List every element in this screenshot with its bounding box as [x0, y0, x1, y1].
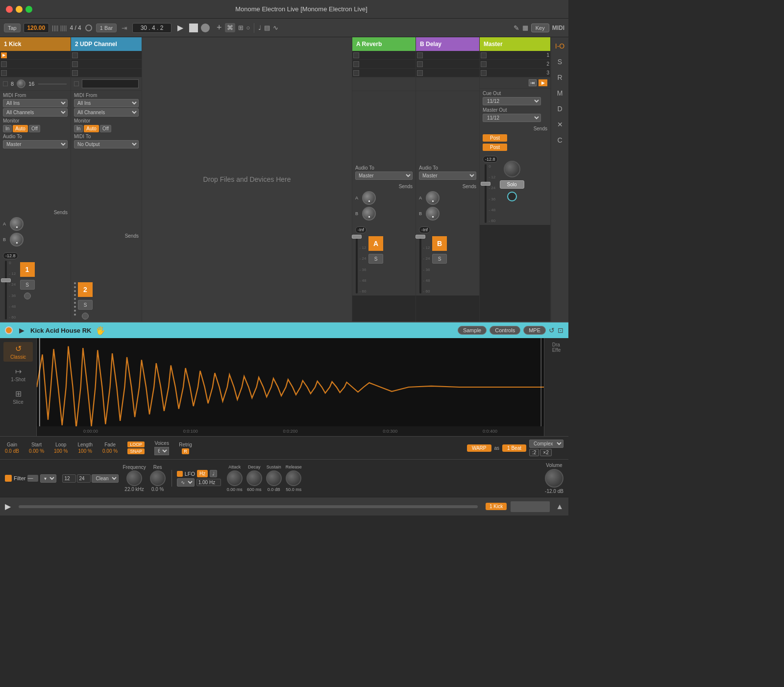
delay-audio-to-select[interactable]: Master — [419, 172, 476, 180]
sustain-knob[interactable] — [266, 470, 282, 486]
master-solo-button[interactable]: Solo — [500, 180, 524, 189]
link-icon[interactable]: ⌘ — [225, 23, 235, 32]
clip-row-delay-3[interactable] — [416, 69, 479, 77]
delay-solo-button[interactable]: S — [432, 254, 447, 264]
reverb-send-a-knob[interactable] — [362, 191, 376, 205]
mul2-button[interactable]: ×2 — [540, 449, 551, 456]
clip-row-delay-2[interactable] — [416, 60, 479, 69]
master-post1-button[interactable]: Post — [483, 134, 507, 142]
sidebar-io-icon[interactable]: I-O — [553, 39, 567, 53]
filter-type-select[interactable]: ▾ — [40, 474, 56, 483]
clip-row-master-1[interactable]: 1 — [480, 51, 550, 60]
reverb-num-button[interactable]: A — [368, 236, 383, 251]
back-arrow-icon[interactable]: ⇥ — [122, 24, 127, 32]
delay-send-a-knob[interactable] — [426, 191, 440, 205]
record-button[interactable] — [201, 24, 210, 32]
sidebar-sr-icon[interactable]: S — [553, 55, 567, 69]
kick-monitor-auto[interactable]: Auto — [13, 125, 28, 132]
mode-slice[interactable]: ⊞ Slice — [3, 387, 33, 407]
reverb-solo-button[interactable]: S — [368, 254, 383, 264]
circle-icon[interactable]: ○ — [246, 24, 250, 31]
mode-classic[interactable]: ↺ Classic — [3, 342, 33, 362]
bottom-expand-icon[interactable]: ▲ — [556, 502, 564, 511]
kick-monitor-in[interactable]: In — [3, 125, 12, 132]
kick-audio-to-select[interactable]: Master — [3, 140, 68, 148]
inst-tab-controls[interactable]: Controls — [490, 326, 520, 335]
kick-send-a-knob[interactable] — [10, 217, 24, 231]
clip-row-reverb-2[interactable] — [352, 60, 416, 69]
udp-monitor-off[interactable]: Off — [100, 125, 111, 132]
udp-midi-to-select[interactable]: No Output — [74, 140, 139, 148]
kick-midi-from-select[interactable]: All Ins — [3, 99, 68, 107]
filter-num2-input[interactable] — [77, 474, 91, 483]
udp-solo-button[interactable]: S — [78, 300, 93, 310]
res-knob[interactable] — [150, 470, 166, 486]
attack-knob[interactable] — [227, 470, 243, 486]
inst-refresh-icon[interactable]: ↺ — [549, 326, 555, 334]
clip-active-kick-1[interactable]: ▶ — [1, 52, 7, 58]
delay-send-b-knob[interactable] — [426, 207, 440, 221]
tap-button[interactable]: Tap — [4, 24, 21, 32]
close-button[interactable] — [6, 6, 13, 13]
progress-bar[interactable] — [19, 505, 478, 508]
complex-select[interactable]: Complex — [529, 440, 564, 448]
master-post2-button[interactable]: Post — [483, 144, 507, 151]
reverb-fader-handle[interactable] — [352, 235, 362, 239]
udp-midi-from-select[interactable]: All Ins — [74, 99, 139, 107]
maximize-button[interactable] — [25, 6, 32, 13]
clip-row-master-2[interactable]: 2 — [480, 60, 550, 69]
kick-pan-knob[interactable] — [17, 79, 25, 88]
inst-tab-sample[interactable]: Sample — [458, 326, 487, 335]
udp-num-button[interactable]: 2 — [78, 282, 93, 297]
delay-fader-handle[interactable] — [416, 235, 425, 239]
reverb-send-b-knob[interactable] — [362, 207, 376, 221]
inst-expand-icon[interactable]: ⊡ — [558, 326, 564, 334]
clip-row-udp-2[interactable] — [71, 60, 142, 69]
udp-monitor-auto[interactable]: Auto — [84, 125, 99, 132]
kick-channel-select[interactable]: All Channels — [3, 108, 68, 117]
master-cue-select[interactable]: 11/12 — [483, 97, 541, 105]
clip-row-delay-1[interactable] — [416, 51, 479, 60]
inst-tab-mpe[interactable]: MPE — [523, 326, 546, 335]
master-fader-track[interactable] — [485, 164, 487, 223]
clip-row-master-3[interactable]: 3 — [480, 69, 550, 77]
decay-knob[interactable] — [246, 470, 262, 486]
clip-row-kick-2[interactable] — [0, 60, 71, 69]
freq-knob[interactable] — [126, 470, 142, 486]
delay-num-button[interactable]: B — [432, 236, 447, 251]
kick-fader-handle[interactable] — [1, 278, 11, 282]
layout-icon[interactable]: ▤ — [264, 24, 270, 31]
lfo-hz-button[interactable]: Hz — [197, 470, 208, 477]
retrig-button[interactable]: R — [182, 448, 189, 454]
delay-fader-track[interactable] — [419, 235, 421, 294]
kick-fader-track[interactable] — [5, 261, 7, 319]
lfo-shape-select[interactable]: ∿ — [177, 478, 195, 487]
div2-button[interactable]: :2 — [529, 449, 539, 456]
stop-button[interactable] — [189, 24, 198, 32]
kick-send-b-knob[interactable] — [10, 233, 24, 246]
reverb-audio-to-select[interactable]: Master — [355, 172, 413, 180]
sidebar-x-icon[interactable]: ✕ — [553, 118, 567, 131]
clip-row-reverb-1[interactable] — [352, 51, 416, 60]
sidebar-c-icon[interactable]: C — [553, 133, 567, 147]
wave-icon[interactable]: ∿ — [273, 24, 278, 31]
warp-button[interactable]: WARP — [467, 444, 491, 452]
clip-row-kick-1[interactable]: ▶ — [0, 51, 71, 60]
bottom-play-icon[interactable]: ▶ — [5, 502, 11, 511]
kick-monitor-off[interactable]: Off — [29, 125, 40, 132]
loop-size-button[interactable]: 1 Bar — [96, 24, 117, 32]
pencil-icon[interactable]: ✎ — [514, 24, 519, 32]
master-cue-knob[interactable] — [507, 192, 517, 201]
grid-icon[interactable]: ⊞ — [238, 24, 244, 31]
reverb-fader-track[interactable] — [356, 235, 358, 294]
snap-btn[interactable]: SNAP — [127, 448, 145, 454]
sidebar-r-icon[interactable]: R — [553, 71, 567, 84]
play-button[interactable]: ▶ — [174, 22, 186, 34]
lfo-beat-button[interactable]: ♩ — [210, 470, 217, 477]
add-button[interactable]: + — [217, 23, 222, 33]
clip-row-udp-1[interactable] — [71, 51, 142, 60]
voices-select[interactable]: 6 — [154, 447, 169, 455]
udp-channel-select[interactable]: All Channels — [74, 108, 139, 117]
beat-button[interactable]: 1 Beat — [502, 444, 526, 452]
sidebar-d-icon[interactable]: D — [553, 102, 567, 116]
